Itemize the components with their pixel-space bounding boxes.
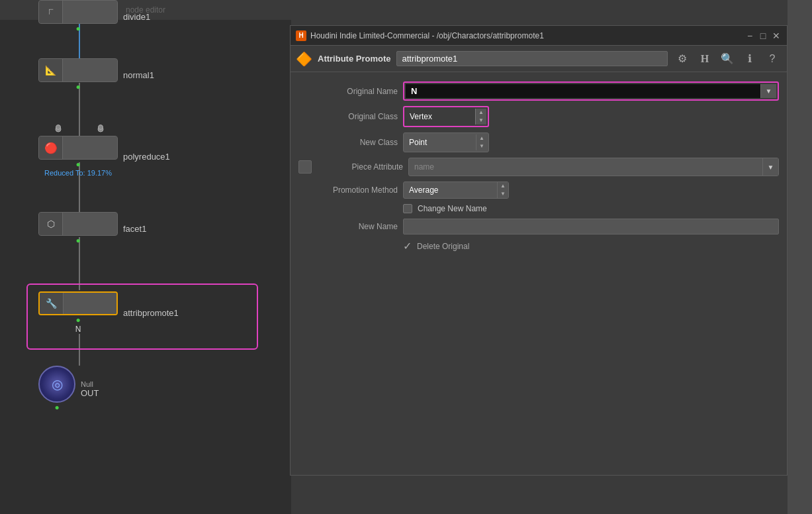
new-name-value-wrapper bbox=[403, 219, 779, 234]
original-name-label: Original Name bbox=[298, 87, 398, 96]
new-name-label: New Name bbox=[298, 222, 398, 231]
node-normal1[interactable]: 📐 ● normal1 bbox=[38, 58, 154, 91]
promotion-method-up[interactable]: ▲ bbox=[498, 182, 508, 190]
connector-dot-left bbox=[56, 125, 61, 130]
new-class-label: New Class bbox=[298, 138, 398, 147]
node-normal1-status: ● bbox=[75, 82, 80, 91]
delete-original-row: ✓ Delete Original bbox=[291, 237, 787, 255]
promotion-method-row: Promotion Method Average ▲ ▼ bbox=[291, 179, 787, 201]
piece-attribute-row: Piece Attribute name ▼ bbox=[291, 155, 787, 179]
node-normal1-label: normal1 bbox=[123, 70, 154, 80]
info-icon-btn[interactable]: ℹ bbox=[741, 50, 759, 68]
new-class-down[interactable]: ▼ bbox=[476, 142, 487, 150]
original-name-value-wrapper: ▼ bbox=[403, 81, 779, 101]
change-new-name-row: Change New Name bbox=[291, 201, 787, 216]
properties-panel: Original Name ▼ Original Class Vertex ▲ … bbox=[291, 72, 787, 475]
new-class-text: Point bbox=[405, 136, 476, 148]
houdini-logo-icon: H bbox=[296, 30, 306, 41]
gear-icon-btn[interactable]: ⚙ bbox=[673, 50, 692, 68]
node-polyreduce1[interactable]: 🔴 ● Reduced To: 19.17% polyreduce1 bbox=[38, 136, 170, 177]
node-divide1-label: divide1 bbox=[123, 12, 150, 22]
header-bar: 🔶 Attribute Promote ⚙ H 🔍 ℹ ? bbox=[291, 46, 787, 72]
promotion-method-down[interactable]: ▼ bbox=[498, 190, 508, 198]
original-class-value-wrapper: Vertex ▲ ▼ bbox=[403, 106, 779, 127]
new-name-input[interactable] bbox=[403, 219, 779, 234]
node-attribpromote1-status: ● bbox=[75, 315, 80, 325]
new-class-row: New Class Point ▲ ▼ bbox=[291, 130, 787, 155]
houdini-window: H Houdini Indie Limited-Commercial - /ob… bbox=[290, 25, 788, 476]
close-button[interactable]: ✕ bbox=[771, 30, 782, 41]
delete-checkmark-icon: ✓ bbox=[403, 240, 412, 252]
node-null-out-status: ● bbox=[54, 403, 59, 412]
node-divide1[interactable]: ⟌ ● divide1 bbox=[38, 0, 150, 33]
new-name-row: New Name bbox=[291, 216, 787, 237]
node-divide1-status: ● bbox=[75, 24, 80, 33]
connector-dot-right bbox=[98, 125, 103, 130]
node-facet1[interactable]: ⬡ ● facet1 bbox=[38, 212, 146, 245]
restore-button[interactable]: □ bbox=[758, 30, 768, 41]
original-name-input[interactable] bbox=[406, 84, 760, 98]
new-class-up[interactable]: ▲ bbox=[476, 134, 487, 142]
piece-attribute-dropdown[interactable]: ▼ bbox=[762, 158, 778, 176]
node-facet1-status: ● bbox=[75, 236, 80, 245]
node-polyreduce1-sublabel: Reduced To: 19.17% bbox=[44, 169, 112, 177]
node-attribpromote1-sublabel: N bbox=[75, 325, 81, 334]
original-class-up[interactable]: ▲ bbox=[476, 109, 486, 117]
promotion-method-label: Promotion Method bbox=[298, 185, 398, 195]
node-null-out[interactable]: ◎ ● Null OUT bbox=[38, 366, 99, 412]
piece-attribute-text: name bbox=[409, 160, 762, 174]
node-polyreduce1-status: ● bbox=[75, 160, 80, 169]
original-name-row: Original Name ▼ bbox=[291, 79, 787, 103]
change-new-name-checkbox[interactable] bbox=[403, 204, 412, 213]
change-new-name-label: Change New Name bbox=[418, 204, 487, 213]
original-name-dropdown[interactable]: ▼ bbox=[760, 84, 776, 98]
promotion-method-value-wrapper: Average ▲ ▼ bbox=[403, 181, 779, 199]
title-bar: H Houdini Indie Limited-Commercial - /ob… bbox=[291, 26, 787, 46]
promotion-method-text: Average bbox=[404, 183, 497, 197]
window-title: Houdini Indie Limited-Commercial - /obj/… bbox=[310, 31, 741, 40]
right-edge bbox=[788, 0, 812, 514]
original-class-down[interactable]: ▼ bbox=[476, 117, 486, 125]
new-class-value-wrapper: Point ▲ ▼ bbox=[403, 132, 779, 152]
original-class-label: Original Class bbox=[298, 112, 398, 121]
title-bar-controls[interactable]: − □ ✕ bbox=[744, 30, 782, 41]
delete-original-label: Delete Original bbox=[417, 242, 469, 251]
panel-title: Attribute Promote bbox=[318, 54, 391, 64]
piece-attribute-checkbox[interactable] bbox=[298, 160, 312, 174]
node-polyreduce1-label: polyreduce1 bbox=[123, 152, 170, 162]
node-out-label: OUT bbox=[81, 388, 99, 398]
minimize-button[interactable]: − bbox=[744, 30, 755, 41]
piece-attribute-label: Piece Attribute bbox=[317, 162, 403, 172]
original-class-text: Vertex bbox=[406, 111, 475, 123]
node-attribpromote1[interactable]: 🔧 ● N attribpromote1 bbox=[38, 291, 179, 334]
piece-attribute-value-wrapper: name ▼ bbox=[408, 158, 779, 176]
node-null-label: Null bbox=[81, 380, 99, 388]
help-icon-btn[interactable]: ? bbox=[763, 50, 782, 68]
attribute-promote-icon: 🔶 bbox=[296, 51, 312, 67]
node-attribpromote1-label: attribpromote1 bbox=[123, 308, 179, 318]
header-icon-buttons: ⚙ H 🔍 ℹ ? bbox=[673, 50, 782, 68]
node-name-input[interactable] bbox=[396, 51, 668, 66]
original-class-row: Original Class Vertex ▲ ▼ bbox=[291, 103, 787, 130]
node-graph: node editor ⟌ ● divide1 📐 bbox=[0, 0, 291, 514]
h-icon-btn[interactable]: H bbox=[696, 50, 714, 68]
node-facet1-label: facet1 bbox=[123, 224, 146, 234]
search-icon-btn[interactable]: 🔍 bbox=[718, 50, 737, 68]
